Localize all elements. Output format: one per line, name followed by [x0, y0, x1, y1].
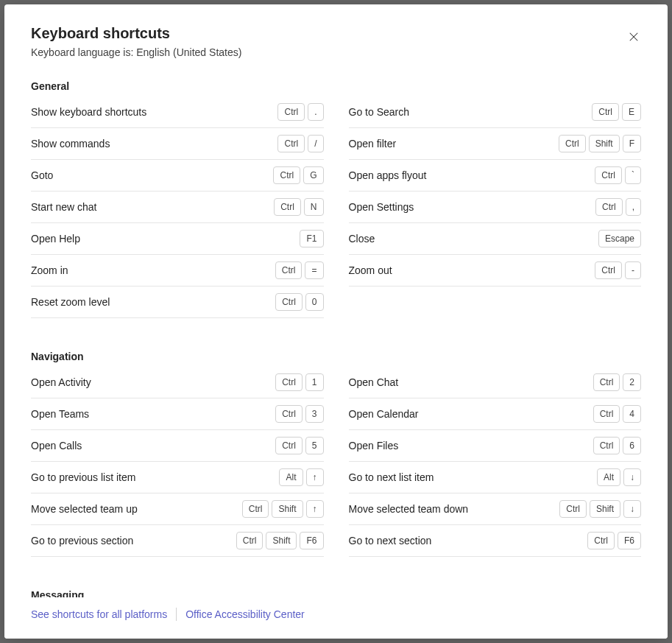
key-cap: ↓	[623, 468, 641, 486]
shortcut-label: Zoom in	[31, 264, 68, 276]
key-cap: Ctrl	[275, 261, 303, 279]
shortcut-column-left: Open ActivityCtrl1Open TeamsCtrl3Open Ca…	[31, 367, 324, 557]
shortcut-label: Show commands	[31, 138, 110, 150]
key-cap: ,	[626, 198, 641, 216]
key-cap: /	[308, 135, 323, 152]
shortcut-row: Start new chatCtrlN	[31, 192, 324, 223]
section-title: General	[31, 80, 641, 92]
key-cap: Ctrl	[275, 437, 303, 454]
key-cap: -	[625, 261, 641, 279]
shortcut-row: Open FilesCtrl6	[349, 430, 642, 462]
shortcut-row: Go to next list itemAlt↓	[349, 462, 642, 493]
shortcut-row: Open CallsCtrl5	[31, 430, 324, 462]
key-cap: 3	[305, 405, 324, 423]
key-cap: Ctrl	[274, 198, 301, 216]
key-cap: .	[308, 103, 323, 121]
key-cap: Ctrl	[587, 532, 615, 549]
key-cap: Ctrl	[559, 500, 587, 518]
shortcut-keys: Alt↑	[279, 468, 323, 486]
shortcut-keys: CtrlG	[273, 166, 323, 184]
shortcut-row: Zoom outCtrl-	[349, 255, 642, 287]
shortcut-label: Open Chat	[349, 376, 399, 388]
key-cap: `	[625, 166, 641, 184]
shortcut-keys: CtrlShift↓	[559, 500, 641, 518]
key-cap: Ctrl	[277, 103, 305, 121]
shortcut-label: Open Settings	[349, 201, 414, 213]
shortcut-label: Close	[349, 233, 375, 245]
shortcut-keys: Ctrl-	[595, 261, 641, 279]
key-cap: Ctrl	[592, 103, 619, 121]
shortcut-keys: Escape	[598, 230, 641, 247]
key-cap: Escape	[598, 230, 641, 247]
key-cap: Shift	[590, 500, 620, 518]
shortcut-keys: Ctrl.	[277, 103, 323, 121]
section-spacer	[31, 557, 641, 577]
shortcut-row: Show commandsCtrl/	[31, 128, 324, 160]
close-button[interactable]	[626, 29, 641, 44]
shortcut-label: Go to Search	[349, 106, 410, 118]
shortcut-label: Go to previous list item	[31, 471, 135, 483]
key-cap: 0	[305, 293, 324, 311]
shortcut-keys: CtrlF6	[587, 532, 641, 549]
section-spacer	[31, 318, 641, 339]
key-cap: ↑	[306, 500, 324, 518]
dialog-title: Keyboard shortcuts	[31, 25, 641, 42]
key-cap: Shift	[589, 135, 620, 152]
shortcut-grid: Open ActivityCtrl1Open TeamsCtrl3Open Ca…	[31, 367, 641, 557]
shortcut-keys: Alt↓	[597, 468, 641, 486]
key-cap: ↑	[306, 468, 324, 486]
key-cap: Ctrl	[236, 532, 264, 549]
key-cap: Shift	[272, 500, 303, 518]
shortcut-label: Move selected team up	[31, 503, 138, 515]
key-cap: F	[623, 135, 641, 152]
key-cap: G	[303, 166, 323, 184]
shortcut-label: Start new chat	[31, 201, 97, 213]
shortcut-row: Open filterCtrlShiftF	[349, 128, 642, 160]
shortcut-row: GotoCtrlG	[31, 160, 324, 192]
key-cap: Alt	[597, 468, 620, 486]
key-cap: 2	[623, 373, 641, 391]
shortcut-keys: Ctrl/	[277, 135, 323, 152]
key-cap: Ctrl	[242, 500, 269, 518]
shortcut-keys: Ctrl6	[593, 437, 641, 454]
key-cap: Ctrl	[593, 373, 620, 391]
shortcut-row: Open CalendarCtrl4	[349, 398, 642, 430]
key-cap: Ctrl	[595, 261, 622, 279]
shortcut-row: Show keyboard shortcutsCtrl.	[31, 96, 324, 128]
key-cap: Ctrl	[595, 198, 623, 216]
shortcut-label: Goto	[31, 169, 53, 181]
shortcut-row: Open ChatCtrl2	[349, 367, 642, 398]
shortcut-column-right: Go to SearchCtrlEOpen filterCtrlShiftFOp…	[349, 96, 642, 318]
shortcut-label: Open Files	[349, 440, 399, 451]
shortcut-keys: CtrlShiftF6	[236, 532, 324, 549]
link-all-platforms[interactable]: See shortcuts for all platforms	[31, 608, 167, 620]
close-icon	[629, 32, 639, 42]
key-cap: 5	[305, 437, 324, 454]
shortcut-label: Move selected team down	[349, 503, 469, 515]
shortcut-column-left: Show keyboard shortcutsCtrl.Show command…	[31, 96, 324, 318]
link-accessibility-center[interactable]: Office Accessibility Center	[185, 608, 305, 620]
shortcut-row: Go to previous list itemAlt↑	[31, 462, 324, 493]
dialog-content[interactable]: GeneralShow keyboard shortcutsCtrl.Show …	[4, 68, 668, 597]
key-cap: Ctrl	[559, 135, 586, 152]
shortcut-row: Zoom inCtrl=	[31, 255, 324, 287]
shortcut-row: Open ActivityCtrl1	[31, 367, 324, 398]
shortcut-label: Open Help	[31, 233, 80, 245]
shortcut-label: Show keyboard shortcuts	[31, 106, 146, 118]
shortcut-row: Go to next sectionCtrlF6	[349, 525, 642, 557]
key-cap: Ctrl	[593, 437, 620, 454]
shortcut-label: Reset zoom level	[31, 296, 110, 308]
shortcut-keys: Ctrl2	[593, 373, 641, 391]
key-cap: ↓	[623, 500, 641, 518]
key-cap: Alt	[279, 468, 303, 486]
shortcut-column-right: Open ChatCtrl2Open CalendarCtrl4Open Fil…	[349, 367, 642, 557]
dialog-footer: See shortcuts for all platforms Office A…	[4, 597, 668, 639]
key-cap: =	[305, 261, 323, 279]
shortcut-label: Zoom out	[349, 264, 392, 276]
key-cap: Ctrl	[275, 373, 303, 391]
key-cap: F6	[300, 532, 323, 549]
shortcut-row: Reset zoom levelCtrl0	[31, 287, 324, 318]
key-cap: Ctrl	[595, 166, 622, 184]
shortcut-keys: Ctrl1	[275, 373, 323, 391]
shortcut-keys: CtrlShift↑	[242, 500, 324, 518]
